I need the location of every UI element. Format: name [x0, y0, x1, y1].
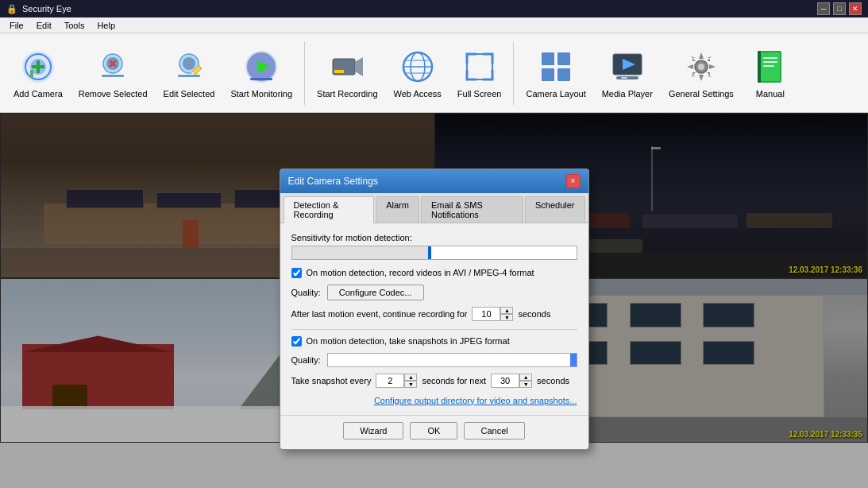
continue-spin-down[interactable]: ▼ — [500, 314, 513, 321]
camera-layout-icon — [537, 48, 575, 86]
start-recording-label: Start Recording — [317, 89, 377, 99]
restore-button[interactable]: □ — [833, 2, 846, 15]
svg-point-34 — [698, 64, 704, 70]
add-camera-icon — [19, 48, 57, 86]
continue-label: After last motion event, continue record… — [291, 309, 468, 319]
svg-rect-38 — [763, 61, 777, 63]
svg-rect-8 — [102, 75, 124, 77]
wizard-button[interactable]: Wizard — [343, 422, 403, 440]
web-access-icon — [399, 48, 437, 86]
snapshot-record-checkbox[interactable] — [291, 336, 302, 347]
general-settings-label: General Settings — [669, 89, 734, 99]
full-screen-icon — [461, 48, 499, 86]
manual-icon — [751, 48, 789, 86]
tab-alarm[interactable]: Alarm — [376, 196, 419, 223]
modal-body: Sensitivity for motion detection: On mot… — [280, 223, 588, 415]
edit-selected-button[interactable]: Edit Selected — [156, 38, 222, 108]
toolbar: Add Camera Remove Selected Edit Se — [0, 33, 868, 113]
snapshot-spin-up[interactable]: ▲ — [404, 374, 417, 381]
continue-spin-up[interactable]: ▲ — [500, 307, 513, 314]
snapshot-next-spin-up[interactable]: ▲ — [519, 374, 532, 381]
remove-selected-label: Remove Selected — [79, 89, 148, 99]
svg-rect-15 — [250, 78, 272, 80]
quality-bar-2[interactable] — [327, 353, 577, 367]
sensitivity-slider[interactable] — [291, 246, 577, 260]
svg-rect-40 — [758, 51, 761, 83]
snapshot-spin-down[interactable]: ▼ — [404, 381, 417, 388]
start-recording-icon — [328, 48, 366, 86]
start-monitoring-button[interactable]: Start Monitoring — [223, 38, 299, 108]
snapshot-record-row: On motion detection, take snapshots in J… — [291, 336, 577, 347]
quality-label-2: Quality: — [291, 355, 321, 365]
manual-label: Manual — [756, 89, 785, 99]
svg-rect-3 — [30, 70, 33, 78]
svg-rect-18 — [334, 70, 344, 73]
svg-rect-28 — [557, 68, 570, 81]
modal-overlay: Edit Camera Settings × Detection & Recor… — [0, 113, 868, 488]
full-screen-label: Full Screen — [457, 89, 502, 99]
snapshot-record-label: On motion detection, take snapshots in J… — [307, 336, 510, 346]
camera-layout-button[interactable]: Camera Layout — [519, 38, 592, 108]
add-camera-button[interactable]: Add Camera — [6, 38, 70, 108]
web-access-label: Web Access — [394, 89, 442, 99]
svg-rect-11 — [178, 75, 200, 77]
edit-camera-settings-modal: Edit Camera Settings × Detection & Recor… — [280, 168, 589, 450]
snapshot-next-input[interactable] — [491, 374, 519, 388]
configure-output-link[interactable]: Configure output directory for video and… — [291, 396, 577, 405]
menu-file[interactable]: File — [3, 19, 30, 32]
edit-selected-label: Edit Selected — [164, 89, 215, 99]
svg-rect-25 — [542, 52, 554, 65]
remove-selected-button[interactable]: Remove Selected — [71, 38, 155, 108]
tab-email-sms[interactable]: Email & SMS Notifications — [421, 196, 523, 223]
video-record-row: On motion detection, record videos in AV… — [291, 268, 577, 278]
video-record-checkbox[interactable] — [291, 268, 302, 278]
sensitivity-label: Sensitivity for motion detection: — [291, 233, 577, 242]
snapshot-next-spin-down[interactable]: ▼ — [519, 381, 532, 388]
menu-help[interactable]: Help — [91, 19, 122, 32]
menu-tools[interactable]: Tools — [58, 19, 91, 32]
configure-codec-button[interactable]: Configure Codec... — [327, 285, 424, 300]
modal-close-button[interactable]: × — [566, 174, 581, 188]
main-area: 12.03.2017 12:33:3 12.03.2017 12:33:36 — [0, 113, 868, 488]
modal-tabs: Detection & Recording Alarm Email & SMS … — [280, 193, 588, 223]
svg-rect-37 — [763, 57, 777, 59]
continue-value-input[interactable] — [472, 307, 500, 321]
edit-selected-icon — [170, 48, 208, 86]
minimize-button[interactable]: ─ — [817, 2, 830, 15]
svg-point-10 — [183, 57, 195, 70]
quality-label-1: Quality: — [291, 288, 321, 297]
quality-row-1: Quality: Configure Codec... — [291, 285, 577, 300]
app-icon: 🔒 — [6, 4, 17, 14]
media-player-label: Media Player — [602, 89, 653, 99]
camera-layout-label: Camera Layout — [526, 89, 585, 99]
cancel-button[interactable]: Cancel — [464, 422, 524, 440]
modal-footer: Wizard OK Cancel — [280, 415, 588, 449]
general-settings-icon — [682, 48, 720, 86]
manual-button[interactable]: Manual — [743, 38, 798, 108]
start-monitoring-icon — [242, 48, 280, 86]
web-access-button[interactable]: Web Access — [387, 38, 449, 108]
media-player-button[interactable]: Media Player — [595, 38, 660, 108]
tab-scheduler[interactable]: Scheduler — [525, 196, 585, 223]
general-settings-button[interactable]: General Settings — [662, 38, 741, 108]
snapshot-interval-input[interactable] — [376, 374, 404, 388]
start-monitoring-label: Start Monitoring — [230, 89, 292, 99]
title-bar: 🔒 Security Eye ─ □ ✕ — [0, 0, 868, 17]
svg-rect-24 — [467, 54, 492, 79]
start-recording-button[interactable]: Start Recording — [310, 38, 384, 108]
quality-row-2: Quality: — [291, 353, 577, 367]
menu-edit[interactable]: Edit — [30, 19, 58, 32]
tab-detection-recording[interactable]: Detection & Recording — [284, 196, 375, 223]
close-button[interactable]: ✕ — [849, 2, 862, 15]
svg-rect-27 — [542, 68, 554, 81]
modal-title: Edit Camera Settings — [288, 176, 378, 187]
continue-row: After last motion event, continue record… — [291, 307, 577, 321]
continue-unit: seconds — [518, 309, 550, 319]
ok-button[interactable]: OK — [410, 422, 457, 440]
full-screen-button[interactable]: Full Screen — [450, 38, 509, 108]
svg-marker-17 — [355, 57, 363, 76]
svg-rect-32 — [621, 77, 627, 79]
sensitivity-section: Sensitivity for motion detection: — [291, 233, 577, 260]
remove-selected-icon — [94, 48, 132, 86]
app-title: Security Eye — [22, 4, 71, 14]
